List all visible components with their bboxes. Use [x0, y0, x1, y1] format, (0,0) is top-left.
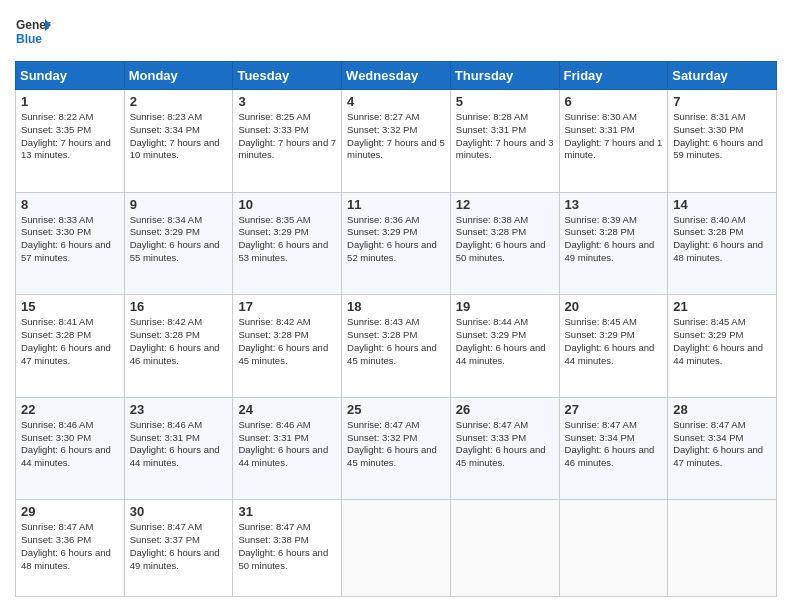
day-number: 27 [565, 402, 663, 417]
calendar-cell [450, 500, 559, 597]
calendar-cell: 12 Sunrise: 8:38 AMSunset: 3:28 PMDaylig… [450, 192, 559, 295]
calendar-cell: 3 Sunrise: 8:25 AMSunset: 3:33 PMDayligh… [233, 90, 342, 193]
day-number: 15 [21, 299, 119, 314]
day-info: Sunrise: 8:47 AMSunset: 3:37 PMDaylight:… [130, 521, 220, 570]
calendar-cell: 20 Sunrise: 8:45 AMSunset: 3:29 PMDaylig… [559, 295, 668, 398]
calendar-cell: 6 Sunrise: 8:30 AMSunset: 3:31 PMDayligh… [559, 90, 668, 193]
day-info: Sunrise: 8:46 AMSunset: 3:31 PMDaylight:… [130, 419, 220, 468]
day-number: 16 [130, 299, 228, 314]
day-number: 28 [673, 402, 771, 417]
calendar-cell: 7 Sunrise: 8:31 AMSunset: 3:30 PMDayligh… [668, 90, 777, 193]
page: General Blue SundayMondayTuesdayWednesda… [0, 0, 792, 612]
day-info: Sunrise: 8:36 AMSunset: 3:29 PMDaylight:… [347, 214, 437, 263]
day-number: 26 [456, 402, 554, 417]
day-number: 17 [238, 299, 336, 314]
day-number: 8 [21, 197, 119, 212]
calendar-cell: 9 Sunrise: 8:34 AMSunset: 3:29 PMDayligh… [124, 192, 233, 295]
col-header-wednesday: Wednesday [342, 62, 451, 90]
day-number: 2 [130, 94, 228, 109]
day-info: Sunrise: 8:47 AMSunset: 3:33 PMDaylight:… [456, 419, 546, 468]
day-number: 3 [238, 94, 336, 109]
day-number: 22 [21, 402, 119, 417]
day-number: 7 [673, 94, 771, 109]
calendar-cell: 27 Sunrise: 8:47 AMSunset: 3:34 PMDaylig… [559, 397, 668, 500]
day-info: Sunrise: 8:44 AMSunset: 3:29 PMDaylight:… [456, 316, 546, 365]
day-info: Sunrise: 8:47 AMSunset: 3:36 PMDaylight:… [21, 521, 111, 570]
day-info: Sunrise: 8:28 AMSunset: 3:31 PMDaylight:… [456, 111, 554, 160]
calendar-cell: 29 Sunrise: 8:47 AMSunset: 3:36 PMDaylig… [16, 500, 125, 597]
day-number: 19 [456, 299, 554, 314]
day-info: Sunrise: 8:47 AMSunset: 3:32 PMDaylight:… [347, 419, 437, 468]
day-info: Sunrise: 8:45 AMSunset: 3:29 PMDaylight:… [673, 316, 763, 365]
day-info: Sunrise: 8:38 AMSunset: 3:28 PMDaylight:… [456, 214, 546, 263]
calendar-cell: 19 Sunrise: 8:44 AMSunset: 3:29 PMDaylig… [450, 295, 559, 398]
day-info: Sunrise: 8:33 AMSunset: 3:30 PMDaylight:… [21, 214, 111, 263]
header: General Blue [15, 15, 777, 51]
calendar-cell: 1 Sunrise: 8:22 AMSunset: 3:35 PMDayligh… [16, 90, 125, 193]
day-number: 10 [238, 197, 336, 212]
day-number: 30 [130, 504, 228, 519]
col-header-friday: Friday [559, 62, 668, 90]
calendar-cell: 28 Sunrise: 8:47 AMSunset: 3:34 PMDaylig… [668, 397, 777, 500]
calendar-cell: 24 Sunrise: 8:46 AMSunset: 3:31 PMDaylig… [233, 397, 342, 500]
day-number: 31 [238, 504, 336, 519]
calendar-cell: 30 Sunrise: 8:47 AMSunset: 3:37 PMDaylig… [124, 500, 233, 597]
calendar-cell: 5 Sunrise: 8:28 AMSunset: 3:31 PMDayligh… [450, 90, 559, 193]
day-info: Sunrise: 8:41 AMSunset: 3:28 PMDaylight:… [21, 316, 111, 365]
day-number: 5 [456, 94, 554, 109]
day-number: 20 [565, 299, 663, 314]
day-info: Sunrise: 8:46 AMSunset: 3:30 PMDaylight:… [21, 419, 111, 468]
calendar-cell: 14 Sunrise: 8:40 AMSunset: 3:28 PMDaylig… [668, 192, 777, 295]
day-number: 9 [130, 197, 228, 212]
calendar-cell: 4 Sunrise: 8:27 AMSunset: 3:32 PMDayligh… [342, 90, 451, 193]
svg-text:Blue: Blue [16, 32, 42, 46]
calendar-cell: 21 Sunrise: 8:45 AMSunset: 3:29 PMDaylig… [668, 295, 777, 398]
day-info: Sunrise: 8:45 AMSunset: 3:29 PMDaylight:… [565, 316, 655, 365]
col-header-saturday: Saturday [668, 62, 777, 90]
logo-icon: General Blue [15, 15, 51, 51]
day-number: 14 [673, 197, 771, 212]
day-info: Sunrise: 8:23 AMSunset: 3:34 PMDaylight:… [130, 111, 220, 160]
calendar-cell [559, 500, 668, 597]
calendar-cell: 26 Sunrise: 8:47 AMSunset: 3:33 PMDaylig… [450, 397, 559, 500]
col-header-tuesday: Tuesday [233, 62, 342, 90]
day-number: 21 [673, 299, 771, 314]
col-header-thursday: Thursday [450, 62, 559, 90]
col-header-monday: Monday [124, 62, 233, 90]
calendar-cell: 31 Sunrise: 8:47 AMSunset: 3:38 PMDaylig… [233, 500, 342, 597]
day-number: 4 [347, 94, 445, 109]
calendar-cell: 15 Sunrise: 8:41 AMSunset: 3:28 PMDaylig… [16, 295, 125, 398]
calendar-cell: 18 Sunrise: 8:43 AMSunset: 3:28 PMDaylig… [342, 295, 451, 398]
day-info: Sunrise: 8:42 AMSunset: 3:28 PMDaylight:… [130, 316, 220, 365]
day-info: Sunrise: 8:30 AMSunset: 3:31 PMDaylight:… [565, 111, 663, 160]
day-info: Sunrise: 8:31 AMSunset: 3:30 PMDaylight:… [673, 111, 763, 160]
calendar-cell: 22 Sunrise: 8:46 AMSunset: 3:30 PMDaylig… [16, 397, 125, 500]
day-number: 11 [347, 197, 445, 212]
calendar-cell [668, 500, 777, 597]
day-number: 6 [565, 94, 663, 109]
calendar-cell [342, 500, 451, 597]
calendar-cell: 10 Sunrise: 8:35 AMSunset: 3:29 PMDaylig… [233, 192, 342, 295]
day-info: Sunrise: 8:43 AMSunset: 3:28 PMDaylight:… [347, 316, 437, 365]
day-info: Sunrise: 8:42 AMSunset: 3:28 PMDaylight:… [238, 316, 328, 365]
day-info: Sunrise: 8:39 AMSunset: 3:28 PMDaylight:… [565, 214, 655, 263]
day-info: Sunrise: 8:25 AMSunset: 3:33 PMDaylight:… [238, 111, 336, 160]
day-info: Sunrise: 8:22 AMSunset: 3:35 PMDaylight:… [21, 111, 111, 160]
day-info: Sunrise: 8:27 AMSunset: 3:32 PMDaylight:… [347, 111, 445, 160]
logo: General Blue [15, 15, 51, 51]
day-info: Sunrise: 8:40 AMSunset: 3:28 PMDaylight:… [673, 214, 763, 263]
calendar-cell: 2 Sunrise: 8:23 AMSunset: 3:34 PMDayligh… [124, 90, 233, 193]
day-number: 23 [130, 402, 228, 417]
day-number: 18 [347, 299, 445, 314]
day-info: Sunrise: 8:47 AMSunset: 3:38 PMDaylight:… [238, 521, 328, 570]
day-info: Sunrise: 8:35 AMSunset: 3:29 PMDaylight:… [238, 214, 328, 263]
day-info: Sunrise: 8:34 AMSunset: 3:29 PMDaylight:… [130, 214, 220, 263]
calendar-cell: 13 Sunrise: 8:39 AMSunset: 3:28 PMDaylig… [559, 192, 668, 295]
day-number: 29 [21, 504, 119, 519]
calendar-cell: 16 Sunrise: 8:42 AMSunset: 3:28 PMDaylig… [124, 295, 233, 398]
day-number: 24 [238, 402, 336, 417]
calendar-cell: 23 Sunrise: 8:46 AMSunset: 3:31 PMDaylig… [124, 397, 233, 500]
day-info: Sunrise: 8:46 AMSunset: 3:31 PMDaylight:… [238, 419, 328, 468]
calendar-cell: 11 Sunrise: 8:36 AMSunset: 3:29 PMDaylig… [342, 192, 451, 295]
day-number: 12 [456, 197, 554, 212]
